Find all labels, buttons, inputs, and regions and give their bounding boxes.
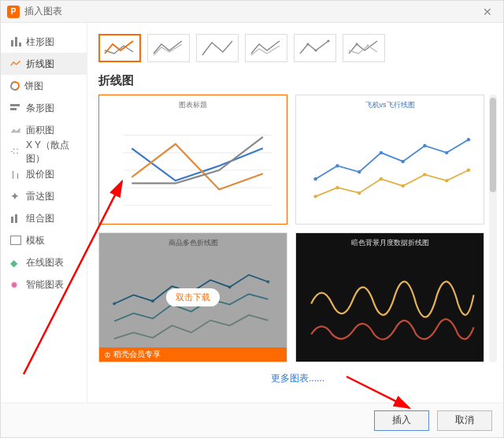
smart-chart-icon: ✹	[10, 280, 21, 289]
sidebar-item-label: 智能图表	[26, 278, 64, 291]
sidebar-item-label: X Y（散点图）	[26, 139, 87, 165]
vertical-scrollbar[interactable]	[489, 95, 497, 362]
svg-point-22	[380, 177, 383, 180]
thumb-title: 图表标题	[106, 100, 280, 110]
template-icon	[10, 236, 21, 245]
svg-point-25	[445, 179, 448, 182]
close-icon[interactable]: ✕	[478, 6, 497, 18]
svg-point-15	[401, 160, 404, 163]
area-chart-icon	[10, 125, 21, 135]
sidebar-item-xy[interactable]: ⠪⠅ X Y（散点图）	[1, 141, 87, 163]
sidebar-item-combo[interactable]: 组合图	[1, 207, 87, 229]
cancel-button[interactable]: 取消	[437, 410, 492, 431]
svg-point-23	[401, 184, 404, 187]
thumb-plane-line[interactable]: 飞机vs飞行线图	[295, 95, 484, 225]
crown-icon: ♔	[104, 351, 111, 359]
insert-chart-dialog: P 插入图表 ✕ 柱形图 折线图 饼图 条形图	[0, 0, 504, 438]
thumb-overlay: 双击下载	[99, 233, 287, 362]
line-style-3[interactable]	[196, 34, 239, 62]
line-style-4[interactable]	[245, 34, 287, 62]
sidebar-item-label: 柱形图	[26, 35, 54, 49]
svg-point-24	[423, 173, 426, 176]
svg-point-2	[314, 49, 317, 51]
line-style-5[interactable]	[294, 34, 336, 62]
sidebar-item-label: 雷达图	[26, 190, 54, 203]
svg-point-1	[306, 43, 309, 45]
sidebar-item-label: 模板	[26, 234, 45, 247]
sidebar-item-label: 股价图	[26, 168, 54, 181]
sidebar-item-radar[interactable]: ✦ 雷达图	[1, 185, 87, 207]
line-chart-icon	[10, 59, 21, 69]
sidebar-item-online[interactable]: ◆ 在线图表	[1, 251, 87, 273]
sidebar-item-bar[interactable]: 柱形图	[1, 31, 87, 53]
titlebar: P 插入图表 ✕	[1, 1, 503, 23]
radar-chart-icon: ✦	[10, 191, 21, 201]
svg-marker-0	[11, 128, 20, 132]
svg-point-11	[313, 177, 317, 180]
sidebar-item-pie[interactable]: 饼图	[1, 75, 87, 97]
svg-point-17	[445, 151, 448, 154]
svg-point-3	[327, 39, 329, 42]
more-charts-link[interactable]: 更多图表......	[98, 362, 497, 395]
svg-point-13	[358, 170, 361, 173]
sidebar-item-hbar[interactable]: 条形图	[1, 97, 87, 119]
scatter-chart-icon: ⠪⠅	[10, 147, 21, 157]
main-panel: 折线图 图表标题	[87, 23, 503, 403]
online-chart-icon: ◆	[10, 258, 21, 267]
sidebar-item-label: 条形图	[26, 102, 54, 115]
sidebar-item-label: 面积图	[26, 124, 54, 137]
svg-point-5	[367, 45, 369, 47]
dialog-body: 柱形图 折线图 饼图 条形图 面积图	[1, 23, 503, 403]
line-style-2[interactable]	[147, 34, 190, 62]
sidebar-item-smart[interactable]: ✹ 智能图表	[1, 273, 87, 295]
stock-chart-icon	[10, 169, 21, 179]
thumb-title: 暗色背景月度数据折线图	[302, 238, 477, 248]
scrollbar-thumb[interactable]	[490, 98, 496, 192]
bar-chart-icon	[10, 37, 21, 46]
line-style-6[interactable]	[343, 34, 385, 62]
line-style-1[interactable]	[98, 34, 141, 62]
svg-point-14	[380, 151, 383, 154]
svg-point-18	[467, 138, 470, 141]
pie-chart-icon	[9, 80, 20, 91]
sidebar-item-stock[interactable]: 股价图	[1, 163, 87, 185]
thumb-multicolor-line[interactable]: 商品多色折线图 双击下载 ♔	[98, 232, 287, 362]
thumb-grid: 图表标题	[98, 95, 484, 362]
badge-text: 稻壳会员专享	[113, 349, 161, 360]
chart-type-sidebar: 柱形图 折线图 饼图 条形图 面积图	[1, 23, 87, 403]
svg-point-20	[335, 186, 339, 189]
line-style-row	[98, 34, 497, 62]
thumb-title: 飞机vs飞行线图	[302, 100, 477, 110]
sidebar-item-label: 在线图表	[26, 256, 64, 269]
sidebar-item-label: 组合图	[26, 212, 54, 225]
thumb-area: 图表标题	[98, 95, 497, 362]
window-title: 插入图表	[24, 5, 478, 18]
thumb-basic-line[interactable]: 图表标题	[98, 95, 287, 225]
download-button[interactable]: 双击下载	[166, 288, 220, 306]
svg-point-4	[356, 43, 358, 46]
svg-point-16	[423, 144, 426, 147]
sidebar-item-line[interactable]: 折线图	[1, 53, 87, 75]
thumb-dark-line[interactable]: 暗色背景月度数据折线图	[295, 232, 484, 362]
sidebar-item-area[interactable]: 面积图	[1, 119, 87, 141]
svg-point-26	[467, 169, 470, 172]
sidebar-item-template[interactable]: 模板	[1, 229, 87, 251]
svg-point-21	[358, 191, 361, 195]
app-icon: P	[7, 6, 20, 18]
section-title: 折线图	[98, 73, 497, 88]
insert-button[interactable]: 插入	[374, 410, 429, 431]
svg-point-19	[313, 195, 317, 198]
svg-point-12	[335, 164, 339, 167]
member-badge: ♔ 稻壳会员专享	[99, 347, 287, 362]
sidebar-item-label: 饼图	[24, 80, 43, 93]
combo-chart-icon	[10, 213, 21, 223]
dialog-footer: 插入 取消	[1, 403, 503, 437]
sidebar-item-label: 折线图	[26, 58, 54, 71]
hbar-chart-icon	[10, 103, 21, 113]
